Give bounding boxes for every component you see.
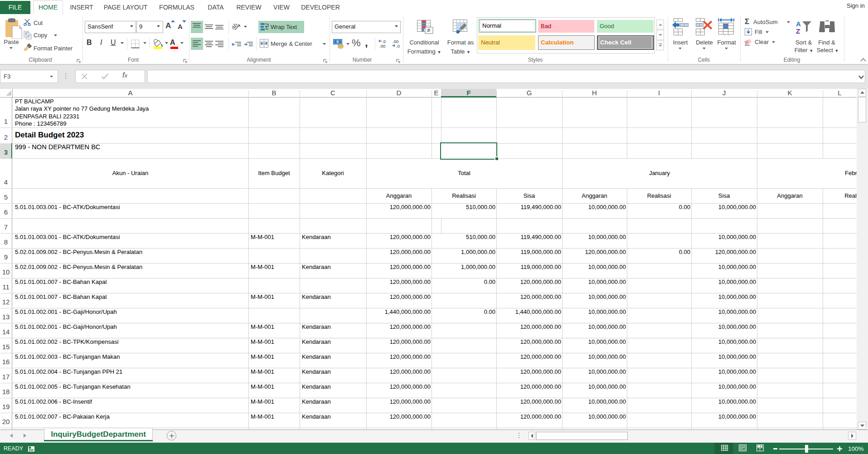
svg-text:Z: Z	[796, 27, 800, 35]
svg-text:.00: .00	[379, 44, 385, 48]
svg-text:≠: ≠	[427, 27, 430, 34]
svg-text:A: A	[796, 20, 801, 28]
svg-text:.0: .0	[396, 44, 400, 48]
